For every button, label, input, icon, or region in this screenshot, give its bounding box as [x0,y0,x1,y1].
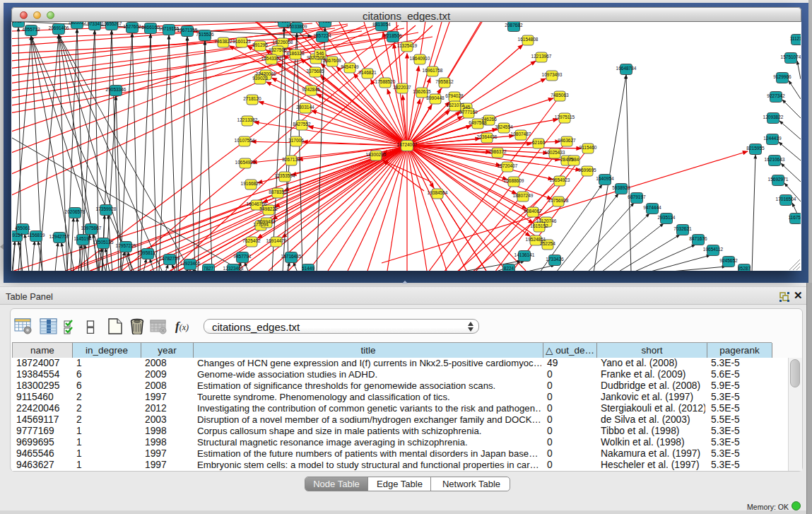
svg-text:8267130: 8267130 [282,157,300,162]
svg-text:19384554: 19384554 [428,190,448,195]
svg-text:1362615: 1362615 [413,89,431,94]
svg-text:29053346: 29053346 [106,87,126,92]
svg-text:10120746: 10120746 [536,218,557,223]
svg-text:51449: 51449 [302,266,314,271]
svg-text:9099489: 9099489 [257,219,276,224]
svg-text:12093822: 12093822 [763,115,784,119]
svg-text:17016504: 17016504 [776,197,796,201]
svg-text:10807487: 10807487 [511,132,531,136]
svg-text:16721971: 16721971 [274,22,295,23]
svg-text:16914479: 16914479 [266,238,287,243]
svg-text:9146821: 9146821 [358,70,377,75]
svg-text:10655267: 10655267 [102,22,122,26]
svg-text:8427552: 8427552 [293,122,311,127]
svg-text:12923466: 12923466 [180,261,201,266]
svg-text:10975867: 10975867 [81,226,102,230]
svg-text:12213967: 12213967 [531,54,552,59]
svg-text:7955812: 7955812 [435,79,454,84]
svg-text:16961758: 16961758 [423,68,443,73]
svg-text:8186328: 8186328 [286,51,305,56]
svg-text:17957225: 17957225 [116,243,136,248]
svg-text:20206578: 20206578 [65,209,86,214]
svg-text:5498222: 5498222 [259,206,278,211]
svg-text:7515526: 7515526 [196,32,214,37]
svg-text:6466160: 6466160 [141,25,160,30]
svg-text:111213: 111213 [790,36,801,41]
svg-text:8215955: 8215955 [746,146,765,151]
svg-text:8471676: 8471676 [689,236,707,241]
svg-text:9699695: 9699695 [578,168,596,173]
svg-text:17588520: 17588520 [375,79,396,84]
svg-text:317006: 317006 [288,138,304,143]
svg-text:973341: 973341 [87,22,102,26]
svg-text:9084067: 9084067 [524,209,542,214]
svg-text:18640910: 18640910 [410,56,430,61]
svg-text:7857224: 7857224 [313,33,331,38]
svg-text:16648784: 16648784 [616,66,637,71]
svg-text:2087682: 2087682 [505,23,523,28]
svg-text:7032621: 7032621 [673,226,692,231]
svg-text:15751074: 15751074 [781,54,801,59]
svg-text:116753: 116753 [788,215,801,220]
svg-text:7827: 7827 [204,266,214,271]
svg-text:7986372: 7986372 [488,149,507,154]
svg-text:95287: 95287 [738,266,751,271]
svg-text:15716485: 15716485 [281,254,302,259]
svg-text:9327506: 9327506 [269,47,287,52]
svg-text:1733426: 1733426 [546,257,564,262]
svg-text:1640954: 1640954 [596,176,614,181]
svg-text:2367608: 2367608 [323,58,341,63]
svg-text:252254: 252254 [540,241,555,246]
svg-text:2718120: 2718120 [243,96,261,101]
svg-text:10958117: 10958117 [138,250,158,255]
svg-text:1244419: 1244419 [763,136,782,141]
svg-text:18807249: 18807249 [513,193,534,198]
svg-text:12942757: 12942757 [49,234,70,239]
svg-text:18226058: 18226058 [273,40,293,45]
svg-text:10025433: 10025433 [545,150,565,155]
svg-text:18724007: 18724007 [397,142,418,147]
svg-text:8990448: 8990448 [426,95,445,100]
svg-text:16046756: 16046756 [247,201,267,206]
svg-text:8454749: 8454749 [341,64,359,69]
svg-text:1861055: 1861055 [68,22,86,25]
svg-text:39154: 39154 [12,233,23,238]
svg-text:12323468: 12323468 [223,266,244,271]
svg-text:14136141: 14136141 [514,252,535,257]
svg-text:10654925: 10654925 [235,160,256,165]
svg-text:11325419: 11325419 [397,43,418,48]
svg-text:1156819: 1156819 [28,233,45,238]
svg-text:12213382: 12213382 [237,117,258,122]
svg-text:746266: 746266 [481,117,497,122]
svg-text:15692971: 15692971 [768,177,789,182]
svg-text:9129966: 9129966 [773,74,792,79]
svg-text:2935114: 2935114 [658,215,676,220]
svg-text:17359928: 17359928 [96,206,117,211]
svg-text:9218506: 9218506 [384,33,402,38]
svg-text:62160: 62160 [532,140,545,145]
svg-text:1621072: 1621072 [446,103,464,107]
svg-text:10327: 10327 [12,22,25,23]
svg-text:7984: 7984 [569,157,579,162]
svg-text:9327508: 9327508 [307,55,325,60]
svg-text:10688609: 10688609 [504,178,524,183]
svg-text:979367: 979367 [317,22,333,23]
svg-text:8878352: 8878352 [269,189,287,194]
svg-text:10654112: 10654112 [703,247,724,252]
svg-text:15720407: 15720407 [498,163,518,168]
svg-text:10719155: 10719155 [159,26,180,31]
svg-text:9457791: 9457791 [233,254,252,259]
svg-text:6879197: 6879197 [628,194,646,199]
svg-text:12975115: 12975115 [555,115,575,119]
svg-text:16033809: 16033809 [287,24,307,29]
svg-text:546: 546 [317,51,324,56]
svg-text:3375685: 3375685 [306,69,324,74]
svg-text:9777169: 9777169 [459,110,478,115]
svg-text:9227342: 9227342 [767,93,785,98]
svg-text:7463822: 7463822 [214,39,233,44]
svg-text:1527602: 1527602 [123,24,141,29]
svg-text:16154808: 16154808 [518,37,539,42]
svg-text:19166827: 19166827 [241,181,261,186]
svg-text:891295: 891295 [252,42,268,47]
svg-text:9463627: 9463627 [558,138,576,143]
